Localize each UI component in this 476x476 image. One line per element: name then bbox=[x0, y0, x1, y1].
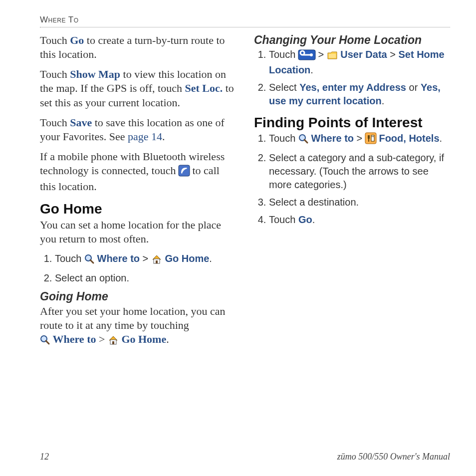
subheading-going-home: Going Home bbox=[40, 290, 236, 303]
ui-food-hotels: Food, Hotels bbox=[379, 133, 439, 144]
ui-where-to: Where to bbox=[97, 253, 140, 264]
phone-icon bbox=[179, 165, 190, 180]
ui-show-map: Show Map bbox=[70, 68, 120, 80]
ui-where-to: Where to bbox=[53, 333, 96, 345]
paragraph-bluetooth: If a mobile phone with Bluetooth wireles… bbox=[40, 150, 236, 194]
paragraph-go: Touch Go to create a turn-by-turn route … bbox=[40, 33, 236, 61]
list-item: Select Yes, enter my Address or Yes, use… bbox=[269, 81, 450, 108]
manual-title: zūmo 500/550 Owner's Manual bbox=[337, 452, 450, 462]
text: . bbox=[209, 253, 212, 264]
ui-go-home: Go Home bbox=[121, 333, 166, 345]
text: or bbox=[406, 82, 421, 93]
tools-icon bbox=[298, 50, 315, 63]
separator: > bbox=[140, 253, 151, 264]
food-hotels-icon bbox=[365, 133, 376, 147]
text: . bbox=[310, 64, 313, 75]
text: Touch bbox=[40, 34, 70, 46]
page-number: 12 bbox=[40, 452, 49, 462]
text: Touch bbox=[269, 214, 298, 225]
heading-go-home: Go Home bbox=[40, 201, 236, 217]
ui-set-loc: Set Loc. bbox=[185, 82, 223, 94]
magnifier-icon bbox=[298, 134, 308, 147]
text: Touch bbox=[40, 116, 70, 129]
separator: > bbox=[387, 49, 399, 60]
poi-steps: Touch Where to > Food, Hotels. Select a … bbox=[254, 132, 450, 227]
list-item: Touch > User Data > Set Home Location. bbox=[269, 48, 450, 77]
subheading-changing-home: Changing Your Home Location bbox=[254, 33, 450, 47]
text: . bbox=[440, 133, 443, 144]
text: . bbox=[312, 214, 315, 225]
ui-go-home: Go Home bbox=[165, 253, 209, 264]
magnifier-icon bbox=[84, 254, 94, 267]
text: After you set your home location, you ca… bbox=[40, 305, 225, 331]
paragraph-show-map: Touch Show Map to view this location on … bbox=[40, 67, 236, 109]
list-item: Touch Where to > Food, Hotels. bbox=[269, 132, 450, 147]
right-column: Changing Your Home Location Touch > User… bbox=[254, 33, 450, 354]
separator: > bbox=[315, 49, 327, 60]
text: . bbox=[162, 130, 165, 143]
text: Touch bbox=[269, 49, 298, 60]
text: Select bbox=[269, 82, 299, 93]
go-home-steps: Touch Where to > Go Home. Select an opti… bbox=[40, 252, 236, 285]
list-item: Touch Go. bbox=[269, 213, 450, 227]
left-column: Touch Go to create a turn-by-turn route … bbox=[40, 33, 236, 354]
home-icon bbox=[108, 334, 119, 348]
folder-icon bbox=[327, 50, 338, 63]
text: . bbox=[166, 333, 169, 345]
ui-yes-enter-address: Yes, enter my Address bbox=[299, 82, 406, 93]
ui-save: Save bbox=[70, 116, 92, 129]
separator: > bbox=[96, 333, 107, 345]
separator: > bbox=[354, 133, 365, 144]
magnifier-icon bbox=[40, 334, 50, 348]
text: . bbox=[382, 95, 385, 106]
text: Touch bbox=[55, 253, 84, 264]
list-item: Select a category and a sub-category, if… bbox=[269, 151, 450, 192]
page-link-14[interactable]: page 14 bbox=[128, 130, 162, 143]
ui-go: Go bbox=[70, 34, 84, 46]
page-footer: 12 zūmo 500/550 Owner's Manual bbox=[40, 452, 450, 462]
list-item: Select a destination. bbox=[269, 196, 450, 209]
ui-go: Go bbox=[298, 214, 312, 225]
paragraph-go-home-desc: You can set a home location for the plac… bbox=[40, 218, 236, 246]
changing-home-steps: Touch > User Data > Set Home Location. S… bbox=[254, 48, 450, 108]
text: Touch bbox=[269, 133, 298, 144]
list-item: Touch Where to > Go Home. bbox=[55, 252, 236, 267]
list-item: Select an option. bbox=[55, 271, 236, 285]
paragraph-save: Touch Save to save this location as one … bbox=[40, 116, 236, 144]
home-icon bbox=[151, 254, 162, 267]
heading-poi: Finding Points of Interest bbox=[254, 115, 450, 131]
running-header: Where To bbox=[40, 15, 450, 27]
paragraph-going-home: After you set your home location, you ca… bbox=[40, 304, 236, 348]
ui-where-to: Where to bbox=[311, 133, 354, 144]
text: Touch bbox=[40, 68, 70, 80]
ui-user-data: User Data bbox=[340, 49, 387, 60]
